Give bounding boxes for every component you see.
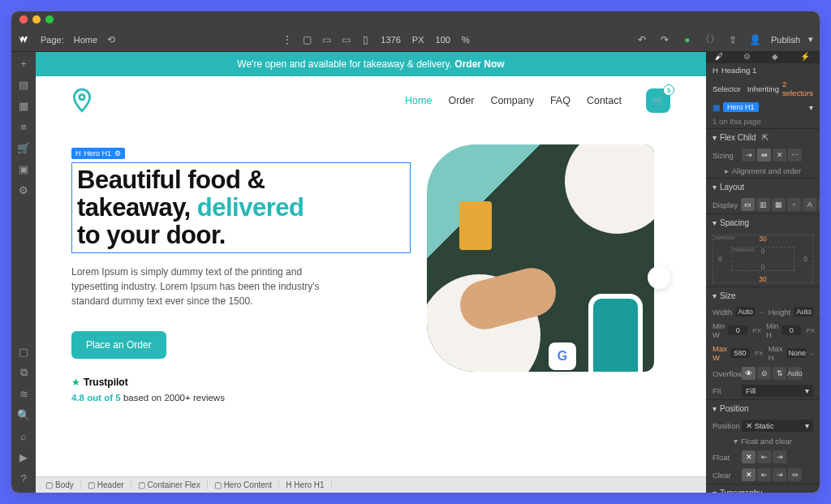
overflow-scroll-button[interactable]: ⇅ — [773, 367, 786, 380]
selector-dropdown-icon[interactable]: ▾ — [809, 103, 813, 112]
clear-right-button[interactable]: ⇥ — [773, 468, 786, 481]
brand-logo-icon[interactable] — [71, 88, 93, 114]
tab-settings-icon[interactable]: ⚙ — [743, 52, 755, 63]
height-input[interactable]: Auto — [794, 307, 813, 317]
components-icon[interactable]: ▦ — [17, 99, 30, 112]
bp-mobile-icon[interactable]: ▯ — [358, 32, 372, 47]
nav-item-order[interactable]: Order — [448, 95, 474, 106]
minh-input[interactable]: 0 — [781, 325, 801, 335]
display-inline-block-button[interactable]: ▫ — [787, 198, 801, 211]
search2-icon[interactable]: ⌕ — [17, 429, 30, 442]
maxh-input[interactable]: None — [786, 348, 806, 358]
spacing-editor[interactable]: 30 0 0 30 0 0 MARGIN PADDING — [713, 235, 813, 283]
overflow-visible-button[interactable]: 👁 — [742, 367, 756, 380]
section-position[interactable]: ▾ Position — [706, 400, 820, 417]
breadcrumb-header[interactable]: ▢Header — [81, 480, 131, 489]
bp-mobile-landscape-icon[interactable]: ▭ — [338, 32, 353, 47]
section-flex-child[interactable]: ▾ Flex Child⇱ — [706, 129, 820, 146]
align-order-label[interactable]: Alignment and order — [732, 166, 802, 175]
redo-icon[interactable]: ↷ — [657, 32, 672, 47]
settings-icon[interactable]: ⚙ — [17, 183, 30, 196]
avatar-icon[interactable]: 👤 — [748, 32, 763, 47]
search-icon[interactable]: 🔍 — [17, 408, 30, 421]
display-inline-button[interactable]: A — [803, 198, 816, 211]
undo-preview-icon[interactable]: ⟲ — [104, 32, 118, 47]
maxw-input[interactable]: 580 — [730, 348, 750, 358]
float-left-button[interactable]: ⇤ — [757, 450, 771, 463]
size-grow-button[interactable]: ⇔ — [757, 149, 771, 162]
position-dropdown[interactable]: ✕ Static▾ — [742, 420, 813, 432]
class-tag[interactable]: Hero H1 — [723, 102, 759, 112]
place-order-button[interactable]: Place an Order — [71, 331, 166, 359]
margin-top-value[interactable]: 30 — [759, 235, 766, 243]
window-maximize-button[interactable] — [45, 15, 54, 24]
section-typography[interactable]: ▾ Typography — [706, 485, 820, 493]
breadcrumb-heroh1[interactable]: HHero H1 — [279, 480, 331, 489]
margin-right[interactable]: 0 — [803, 255, 807, 263]
assets-icon[interactable]: ▣ — [17, 162, 30, 175]
status-ok-icon[interactable]: ● — [680, 32, 695, 47]
clear-none-button[interactable]: ✕ — [742, 468, 756, 481]
tab-interactions-icon[interactable]: ⚡ — [800, 52, 812, 63]
selection-tag[interactable]: H Hero H1 ⚙ — [71, 148, 125, 159]
page-name[interactable]: Home — [74, 35, 97, 45]
webflow-logo-icon[interactable] — [18, 33, 31, 46]
section-layout[interactable]: ▾ Layout — [706, 179, 820, 196]
fit-dropdown[interactable]: Fill▾ — [742, 385, 813, 397]
size-none-button[interactable]: ✕ — [773, 149, 786, 162]
ruler-icon[interactable]: ≋ — [17, 387, 30, 400]
margin-left[interactable]: 0 — [718, 255, 722, 263]
help-icon[interactable]: ? — [17, 472, 30, 485]
export-icon[interactable]: ⇪ — [726, 32, 740, 47]
video-icon[interactable]: ▶ — [17, 450, 30, 463]
display-flex-button[interactable]: ▥ — [756, 198, 770, 211]
nav-item-company[interactable]: Company — [490, 95, 534, 106]
tag-gear-icon[interactable]: ⚙ — [114, 149, 121, 157]
breadcrumb-container[interactable]: ▢Container Flex — [131, 480, 208, 489]
publish-button[interactable]: Publish — [771, 35, 800, 45]
window-minimize-button[interactable] — [32, 15, 41, 24]
add-element-icon[interactable]: + — [17, 57, 30, 70]
nav-item-contact[interactable]: Contact — [587, 95, 622, 106]
section-spacing[interactable]: ▾ Spacing — [706, 214, 820, 231]
inheriting-count[interactable]: 2 selectors — [782, 80, 813, 97]
size-shrink-button[interactable]: ⇥ — [742, 149, 756, 162]
clear-both-button[interactable]: ⇔ — [788, 468, 802, 481]
selected-element-box[interactable]: Beautiful food & takeaway, delivered to … — [71, 162, 411, 253]
hero-subtext[interactable]: Lorem Ipsum is simply dummy text of the … — [71, 265, 347, 308]
bp-tablet-icon[interactable]: ▭ — [319, 32, 334, 47]
tab-style-icon[interactable]: 🖌 — [715, 52, 726, 63]
float-clear-toggle[interactable]: Float and clear — [741, 437, 792, 446]
display-grid-button[interactable]: ▦ — [772, 198, 786, 211]
code-icon[interactable]: 〈〉 — [703, 32, 717, 47]
clear-left-button[interactable]: ⇤ — [757, 468, 771, 481]
display-block-button[interactable]: ▭ — [741, 198, 755, 211]
size-more-button[interactable]: ⋯ — [788, 149, 802, 162]
window-close-button[interactable] — [19, 15, 28, 24]
ecommerce-icon[interactable]: 🛒 — [17, 141, 30, 154]
width-input[interactable]: Auto — [735, 307, 755, 317]
breadcrumb-herocontent[interactable]: ▢Hero Content — [208, 480, 279, 489]
bp-desktop-icon[interactable]: ▢ — [299, 32, 314, 47]
float-none-button[interactable]: ✕ — [742, 450, 756, 463]
undo-icon[interactable]: ↶ — [635, 32, 649, 47]
viewport-zoom[interactable]: 100 — [433, 35, 454, 45]
cms-icon[interactable]: ≡ — [17, 120, 30, 133]
viewport-width[interactable]: 1376 — [377, 35, 403, 45]
padding-bottom[interactable]: 0 — [761, 263, 765, 271]
pages-icon[interactable]: ▤ — [17, 78, 30, 91]
banner-cta[interactable]: Order Now — [454, 58, 504, 70]
overflow-auto-button[interactable]: Auto — [788, 367, 802, 380]
display-none-button[interactable]: ⊘ — [818, 198, 820, 211]
grid-icon[interactable]: ⋮ — [280, 32, 295, 47]
tab-style-manager-icon[interactable]: ◆ — [772, 52, 783, 63]
overflow-hidden-button[interactable]: ⊘ — [757, 367, 771, 380]
minw-input[interactable]: 0 — [728, 325, 747, 335]
publish-chevron-icon[interactable]: ▾ — [808, 34, 813, 45]
margin-bottom-value[interactable]: 30 — [759, 275, 766, 283]
navigator-icon[interactable]: ⧉ — [17, 366, 30, 379]
nav-item-faq[interactable]: FAQ — [550, 95, 571, 106]
design-canvas[interactable]: We're open and available for takeaway & … — [36, 52, 706, 476]
cart-button[interactable]: 🛒 3 — [646, 88, 670, 113]
padding-top[interactable]: 0 — [761, 247, 765, 255]
